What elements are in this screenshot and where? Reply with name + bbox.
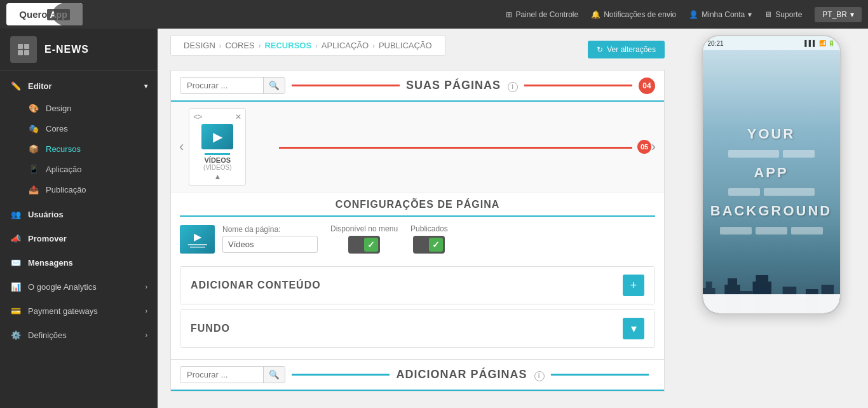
svg-rect-8 [728, 278, 737, 285]
main-layout: E-NEWS ✏️ Editor ▾ 🎨 Design 🎭 Cores 📦 [0, 29, 868, 408]
phone-bottom-bar [703, 294, 840, 313]
chevron-down-icon: ▾ [850, 10, 854, 19]
fundo-button[interactable]: ▾ [623, 318, 644, 339]
nome-field-group: Nome da página: [222, 225, 318, 253]
pages-search-button[interactable]: 🔍 [263, 78, 285, 93]
red-line-right [524, 85, 632, 86]
svg-rect-0 [18, 44, 23, 49]
analytics-icon: 📊 [10, 281, 22, 292]
phone-block-7 [791, 227, 823, 235]
sidebar-item-google-analytics[interactable]: 📊 O google Analytics › [0, 275, 158, 299]
sidebar-item-definicoes[interactable]: ⚙️ Definições › [0, 323, 158, 347]
sidebar-item-promover[interactable]: 📣 Promover [0, 226, 158, 250]
publicados-check: ✓ [429, 238, 443, 252]
video-thumbnail: ▶ [201, 124, 233, 149]
phone-time: 20:21 [708, 40, 724, 47]
adicionar-paginas-header: 🔍 ADICIONAR PÁGINAS i [171, 359, 664, 391]
carousel-item-videos[interactable]: <> ✕ ▶ VÍDEOS (VÍDEOS) ▲ [189, 108, 246, 186]
sidebar-item-recursos[interactable]: 📦 Recursos [28, 139, 158, 159]
sidebar-item-mensagens[interactable]: ✉️ Mensagens [0, 250, 158, 275]
config-thumb: ▶ [180, 225, 215, 254]
chevron-right-icon: › [146, 283, 147, 290]
adicionar-conteudo-button[interactable]: + [623, 275, 644, 296]
phone-overlay-line3: BACKGROUND [710, 202, 832, 221]
suporte-link[interactable]: 🖥 Suporte [764, 10, 802, 19]
suas-paginas-header: 🔍 SUAS PÁGINAS i 04 [171, 71, 664, 102]
nome-input[interactable] [222, 236, 318, 253]
sidebar-item-design[interactable]: 🎨 Design [28, 98, 158, 118]
phone-status-bar: 20:21 ▌▌▌ 📶 🔋 [703, 36, 840, 50]
teal-line-right [551, 374, 649, 376]
ver-alteracoes-button[interactable]: ↻ Ver alterações [588, 41, 665, 58]
info-icon[interactable]: i [508, 82, 518, 92]
collapsible-sections: ADICIONAR CONTEÚDO + FUNDO ▾ [171, 260, 664, 359]
mensagens-icon: ✉️ [10, 257, 22, 268]
signal-icon: ▌▌▌ [804, 40, 817, 46]
carousel-item-sublabel: (VÍDEOS) [203, 164, 231, 171]
disponivel-toggle-group: Disponível no menu ✓ [330, 224, 398, 254]
pages-search-input[interactable] [180, 78, 263, 93]
sidebar-item-cores[interactable]: 🎭 Cores [28, 118, 158, 139]
logo[interactable]: Quero App [6, 3, 83, 25]
carousel-prev-button[interactable]: ‹ [174, 139, 189, 155]
painel-link[interactable]: ⊞ Painel de Controle [506, 10, 578, 19]
chevron-right-icon: › [146, 308, 147, 315]
phone-overlay-line1: YOUR [747, 125, 796, 144]
minha-conta-link[interactable]: 👤 Minha Conta ▾ [689, 10, 752, 19]
sidebar-item-publicacao[interactable]: 📤 Publicação [28, 179, 158, 200]
breadcrumb-design[interactable]: DESIGN [180, 41, 219, 50]
phone-content: YOUR APP [703, 50, 840, 313]
add-pages-search-input[interactable] [180, 367, 263, 383]
breadcrumb-row: DESIGN › CORES › RECURSOS › APLICAÇÃO › … [170, 35, 665, 64]
chevron-right-icon: › [146, 332, 147, 339]
add-pages-search-button[interactable]: 🔍 [263, 367, 285, 383]
carousel-area: ‹ <> ✕ ▶ VÍDEOS (VÍDEOS) ▲ [171, 102, 664, 193]
svg-rect-2 [18, 50, 23, 55]
main-content: DESIGN › CORES › RECURSOS › APLICAÇÃO › … [158, 29, 677, 408]
breadcrumb-cores[interactable]: CORES [222, 41, 259, 50]
chevron-down-icon: ▾ [748, 10, 752, 19]
language-button[interactable]: PT_BR ▾ [815, 7, 862, 22]
edit-icon: ✏️ [10, 80, 22, 92]
search-icon: 🔍 [269, 81, 280, 90]
logo-area: Quero App [6, 3, 83, 25]
svg-rect-1 [24, 44, 29, 49]
info-icon-2[interactable]: i [534, 371, 545, 381]
usuarios-icon: 👥 [10, 208, 22, 220]
publicacao-icon: 📤 [28, 184, 39, 195]
close-icon[interactable]: ✕ [235, 112, 241, 121]
carousel-red-line [279, 147, 632, 149]
svg-rect-3 [24, 50, 29, 55]
breadcrumb-aplicacao[interactable]: APLICAÇÃO [318, 41, 372, 50]
pages-count-badge: 04 [639, 78, 655, 94]
publicados-toggle[interactable]: ✓ [413, 236, 445, 254]
sidebar-item-aplicacao[interactable]: 📱 Aplicação [28, 159, 158, 179]
phone-text-blocks-3 [720, 227, 823, 235]
fundo-header[interactable]: FUNDO ▾ [180, 310, 654, 347]
disponivel-toggle[interactable]: ✓ [348, 236, 380, 254]
notificacoes-link[interactable]: 🔔 Notificações de envio [591, 10, 676, 19]
top-navbar: Quero App ⊞ Painel de Controle 🔔 Notific… [0, 0, 868, 29]
breadcrumb-publicacao[interactable]: PUBLICAÇÃO [375, 41, 436, 50]
breadcrumb-recursos[interactable]: RECURSOS [261, 41, 315, 50]
config-row: ▶ Nome da página: Disponível no [180, 224, 655, 254]
phone-block-3 [728, 188, 760, 196]
sidebar-item-usuarios[interactable]: 👥 Usuários [0, 202, 158, 226]
preview-panel: 20:21 ▌▌▌ 📶 🔋 YOUR [677, 29, 868, 408]
phone-frame: 20:21 ▌▌▌ 📶 🔋 YOUR [702, 35, 841, 315]
code-icon[interactable]: <> [193, 112, 202, 121]
chevron-icon: ▾ [144, 83, 147, 90]
adicionar-paginas-title: ADICIONAR PÁGINAS i [396, 368, 544, 381]
refresh-icon: ↻ [597, 45, 603, 54]
breadcrumb: DESIGN › CORES › RECURSOS › APLICAÇÃO › … [170, 35, 445, 56]
adicionar-conteudo-title: ADICIONAR CONTEÚDO [191, 280, 321, 291]
publicados-toggle-group: Publicados ✓ [410, 224, 448, 254]
up-arrow-icon[interactable]: ▲ [214, 172, 221, 181]
sidebar-item-payment-gateways[interactable]: 💳 Payment gateways › [0, 299, 158, 323]
adicionar-conteudo-panel: ADICIONAR CONTEÚDO + [180, 266, 655, 304]
adicionar-conteudo-header[interactable]: ADICIONAR CONTEÚDO + [180, 267, 654, 304]
suas-paginas-title-row: SUAS PÁGINAS i 04 [285, 78, 655, 94]
teal-line-left [292, 374, 390, 376]
video-progress-bar [205, 153, 230, 155]
sidebar-item-editor[interactable]: ✏️ Editor ▾ [0, 74, 158, 98]
